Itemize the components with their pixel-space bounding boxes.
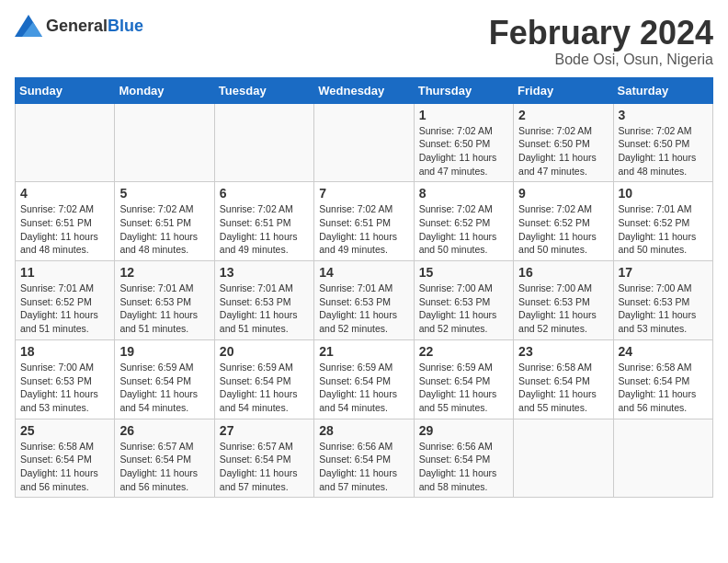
cell-day-number: 18 [20, 344, 109, 359]
cell-info-text: Sunrise: 7:01 AM Sunset: 6:52 PM Dayligh… [20, 282, 109, 336]
calendar-cell: 3Sunrise: 7:02 AM Sunset: 6:50 PM Daylig… [613, 103, 712, 182]
cell-day-number: 16 [518, 265, 608, 280]
cell-day-number: 24 [619, 344, 708, 359]
cell-day-number: 6 [220, 186, 309, 201]
cell-info-text: Sunrise: 7:01 AM Sunset: 6:53 PM Dayligh… [119, 282, 209, 336]
logo-text-general: General [46, 17, 108, 35]
cell-info-text: Sunrise: 7:00 AM Sunset: 6:53 PM Dayligh… [518, 282, 608, 336]
cell-info-text: Sunrise: 7:01 AM Sunset: 6:52 PM Dayligh… [619, 202, 708, 257]
cell-day-number: 23 [518, 344, 608, 359]
calendar-cell: 15Sunrise: 7:00 AM Sunset: 6:53 PM Dayli… [414, 261, 513, 340]
col-header-thursday: Thursday [414, 77, 513, 103]
calendar-cell: 29Sunrise: 6:56 AM Sunset: 6:54 PM Dayli… [414, 419, 513, 498]
cell-info-text: Sunrise: 6:56 AM Sunset: 6:54 PM Dayligh… [319, 440, 408, 494]
cell-info-text: Sunrise: 6:59 AM Sunset: 6:54 PM Dayligh… [419, 361, 508, 415]
calendar-cell: 13Sunrise: 7:01 AM Sunset: 6:53 PM Dayli… [214, 261, 313, 340]
calendar-cell [514, 419, 613, 498]
cell-info-text: Sunrise: 7:02 AM Sunset: 6:52 PM Dayligh… [518, 202, 608, 257]
cell-day-number: 2 [518, 108, 608, 122]
cell-info-text: Sunrise: 6:57 AM Sunset: 6:54 PM Dayligh… [119, 440, 209, 494]
cell-info-text: Sunrise: 7:02 AM Sunset: 6:51 PM Dayligh… [220, 202, 309, 257]
cell-day-number: 28 [319, 423, 408, 438]
cell-day-number: 21 [319, 344, 408, 359]
calendar-cell: 11Sunrise: 7:01 AM Sunset: 6:52 PM Dayli… [16, 261, 115, 340]
cell-day-number: 17 [619, 265, 708, 280]
col-header-wednesday: Wednesday [314, 77, 414, 103]
week-row-1: 1Sunrise: 7:02 AM Sunset: 6:50 PM Daylig… [16, 103, 713, 182]
calendar-cell: 9Sunrise: 7:02 AM Sunset: 6:52 PM Daylig… [514, 182, 613, 261]
week-row-5: 25Sunrise: 6:58 AM Sunset: 6:54 PM Dayli… [16, 419, 713, 498]
calendar-cell: 17Sunrise: 7:00 AM Sunset: 6:53 PM Dayli… [613, 261, 712, 340]
cell-info-text: Sunrise: 7:01 AM Sunset: 6:53 PM Dayligh… [319, 282, 408, 336]
cell-day-number: 22 [419, 344, 508, 359]
col-header-friday: Friday [514, 77, 613, 103]
cell-info-text: Sunrise: 7:00 AM Sunset: 6:53 PM Dayligh… [20, 361, 109, 415]
cell-info-text: Sunrise: 6:56 AM Sunset: 6:54 PM Dayligh… [419, 440, 508, 494]
calendar-cell [16, 103, 115, 182]
cell-day-number: 27 [220, 423, 309, 438]
calendar-cell: 14Sunrise: 7:01 AM Sunset: 6:53 PM Dayli… [314, 261, 414, 340]
main-title: February 2024 [489, 15, 713, 52]
cell-day-number: 8 [419, 186, 508, 201]
cell-info-text: Sunrise: 7:02 AM Sunset: 6:51 PM Dayligh… [20, 202, 109, 257]
week-row-2: 4Sunrise: 7:02 AM Sunset: 6:51 PM Daylig… [16, 182, 713, 261]
calendar-cell: 25Sunrise: 6:58 AM Sunset: 6:54 PM Dayli… [16, 419, 115, 498]
calendar-cell: 18Sunrise: 7:00 AM Sunset: 6:53 PM Dayli… [16, 339, 115, 419]
calendar-cell: 4Sunrise: 7:02 AM Sunset: 6:51 PM Daylig… [16, 182, 115, 261]
calendar-cell: 16Sunrise: 7:00 AM Sunset: 6:53 PM Dayli… [514, 261, 613, 340]
cell-info-text: Sunrise: 7:02 AM Sunset: 6:51 PM Dayligh… [319, 202, 408, 257]
cell-day-number: 14 [319, 265, 408, 280]
cell-day-number: 20 [220, 344, 309, 359]
cell-day-number: 13 [220, 265, 309, 280]
cell-info-text: Sunrise: 7:02 AM Sunset: 6:50 PM Dayligh… [419, 124, 508, 178]
cell-info-text: Sunrise: 7:02 AM Sunset: 6:50 PM Dayligh… [518, 124, 608, 178]
calendar-cell: 23Sunrise: 6:58 AM Sunset: 6:54 PM Dayli… [514, 339, 613, 419]
cell-day-number: 9 [518, 186, 608, 201]
col-header-monday: Monday [115, 77, 214, 103]
cell-info-text: Sunrise: 7:02 AM Sunset: 6:51 PM Dayligh… [119, 202, 209, 257]
calendar-cell: 19Sunrise: 6:59 AM Sunset: 6:54 PM Dayli… [115, 339, 214, 419]
calendar-cell: 7Sunrise: 7:02 AM Sunset: 6:51 PM Daylig… [314, 182, 414, 261]
calendar-cell: 28Sunrise: 6:56 AM Sunset: 6:54 PM Dayli… [314, 419, 414, 498]
sub-title: Bode Osi, Osun, Nigeria [489, 52, 713, 68]
calendar-cell: 6Sunrise: 7:02 AM Sunset: 6:51 PM Daylig… [214, 182, 313, 261]
col-header-saturday: Saturday [613, 77, 712, 103]
cell-info-text: Sunrise: 6:57 AM Sunset: 6:54 PM Dayligh… [220, 440, 309, 494]
cell-day-number: 25 [20, 423, 109, 438]
cell-info-text: Sunrise: 7:02 AM Sunset: 6:52 PM Dayligh… [419, 202, 508, 257]
cell-day-number: 12 [119, 265, 209, 280]
calendar-cell: 22Sunrise: 6:59 AM Sunset: 6:54 PM Dayli… [414, 339, 513, 419]
calendar-cell: 27Sunrise: 6:57 AM Sunset: 6:54 PM Dayli… [214, 419, 313, 498]
calendar-cell: 24Sunrise: 6:58 AM Sunset: 6:54 PM Dayli… [613, 339, 712, 419]
calendar-cell: 1Sunrise: 7:02 AM Sunset: 6:50 PM Daylig… [414, 103, 513, 182]
calendar-cell: 10Sunrise: 7:01 AM Sunset: 6:52 PM Dayli… [613, 182, 712, 261]
col-header-tuesday: Tuesday [214, 77, 313, 103]
cell-day-number: 11 [20, 265, 109, 280]
cell-info-text: Sunrise: 7:01 AM Sunset: 6:53 PM Dayligh… [220, 282, 309, 336]
calendar-cell: 21Sunrise: 6:59 AM Sunset: 6:54 PM Dayli… [314, 339, 414, 419]
calendar-cell [613, 419, 712, 498]
cell-day-number: 3 [619, 108, 708, 122]
cell-day-number: 7 [319, 186, 408, 201]
calendar-cell: 5Sunrise: 7:02 AM Sunset: 6:51 PM Daylig… [115, 182, 214, 261]
cell-info-text: Sunrise: 7:00 AM Sunset: 6:53 PM Dayligh… [419, 282, 508, 336]
week-row-4: 18Sunrise: 7:00 AM Sunset: 6:53 PM Dayli… [16, 339, 713, 419]
calendar-header-row: SundayMondayTuesdayWednesdayThursdayFrid… [16, 77, 713, 103]
cell-info-text: Sunrise: 7:00 AM Sunset: 6:53 PM Dayligh… [619, 282, 708, 336]
logo: GeneralBlue [15, 15, 143, 37]
col-header-sunday: Sunday [16, 77, 115, 103]
calendar-cell: 2Sunrise: 7:02 AM Sunset: 6:50 PM Daylig… [514, 103, 613, 182]
cell-day-number: 19 [119, 344, 209, 359]
cell-day-number: 4 [20, 186, 109, 201]
calendar-cell [314, 103, 414, 182]
title-area: February 2024 Bode Osi, Osun, Nigeria [489, 15, 713, 68]
header: GeneralBlue February 2024 Bode Osi, Osun… [15, 15, 713, 68]
cell-info-text: Sunrise: 6:59 AM Sunset: 6:54 PM Dayligh… [119, 361, 209, 415]
cell-day-number: 26 [119, 423, 209, 438]
cell-info-text: Sunrise: 6:58 AM Sunset: 6:54 PM Dayligh… [20, 440, 109, 494]
logo-icon [15, 15, 42, 37]
calendar-cell: 20Sunrise: 6:59 AM Sunset: 6:54 PM Dayli… [214, 339, 313, 419]
cell-info-text: Sunrise: 7:02 AM Sunset: 6:50 PM Dayligh… [619, 124, 708, 178]
calendar-table: SundayMondayTuesdayWednesdayThursdayFrid… [15, 77, 713, 499]
calendar-cell: 26Sunrise: 6:57 AM Sunset: 6:54 PM Dayli… [115, 419, 214, 498]
